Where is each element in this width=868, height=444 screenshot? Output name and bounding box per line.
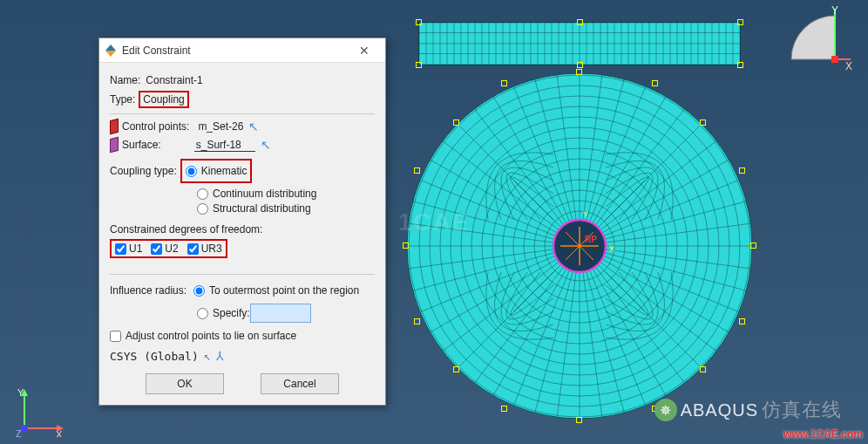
selection-handle[interactable] <box>577 62 583 68</box>
coordinate-triad: Y X Z <box>16 389 64 437</box>
check-u1-input[interactable] <box>115 243 126 255</box>
check-u2[interactable]: U2 <box>151 242 178 255</box>
radio-outermost-input[interactable] <box>193 285 205 297</box>
adjust-checkbox[interactable]: Adjust control points to lie on surface <box>110 330 375 342</box>
axis-x-label: X <box>845 60 852 72</box>
name-label: Name: <box>110 74 140 86</box>
selection-handle[interactable] <box>737 19 743 25</box>
radio-specify-input[interactable] <box>197 308 208 319</box>
mesh-beam <box>418 22 741 65</box>
control-points-value: m_Set-26 <box>198 120 243 133</box>
check-ur3[interactable]: UR3 <box>187 242 222 255</box>
svg-text:Y: Y <box>583 209 588 218</box>
radio-continuum-input[interactable] <box>197 188 208 200</box>
selection-handle[interactable] <box>414 167 420 174</box>
watermark-url: www.1CAE.com <box>783 428 863 441</box>
type-value-highlight: Coupling <box>139 91 188 108</box>
constrained-dof-label: Constrained degrees of freedom: <box>110 223 375 236</box>
pick-icon[interactable]: ↖ <box>261 138 271 152</box>
svg-point-131 <box>21 425 28 432</box>
pick-icon[interactable]: ↖ <box>248 120 259 133</box>
coupling-type-label: Coupling type: <box>110 165 177 177</box>
radio-specify[interactable]: Specify: <box>197 307 250 319</box>
axis-y-label: Y <box>831 4 838 17</box>
radio-continuum[interactable]: Continuum distributing <box>197 188 375 200</box>
axis-z-label: Z <box>16 428 22 437</box>
radio-kinematic-input[interactable] <box>186 166 197 177</box>
kinematic-highlight: Kinematic <box>180 159 253 183</box>
specify-input[interactable] <box>250 304 311 323</box>
selection-handle[interactable] <box>577 19 583 25</box>
surface-label: Surface: <box>122 139 161 151</box>
check-u1[interactable]: U1 <box>115 242 142 255</box>
dialog-title: Edit Constraint <box>122 44 349 57</box>
selection-handle[interactable] <box>576 69 582 75</box>
surface-value: s_Surf-18 <box>194 139 255 152</box>
radio-continuum-label: Continuum distributing <box>213 188 316 200</box>
edit-constraint-dialog: Edit Constraint ✕ Name: Constraint-1 Typ… <box>98 38 386 406</box>
radio-structural-label: Structural distributing <box>213 202 311 215</box>
wechat-icon: ✵ <box>654 399 677 421</box>
radio-kinematic[interactable]: Kinematic <box>186 165 248 177</box>
adjust-checkbox-input[interactable] <box>110 331 121 342</box>
radio-kinematic-label: Kinematic <box>201 165 248 177</box>
mesh-disc: RP Y X <box>405 72 754 420</box>
pick-icon[interactable]: ↖ <box>204 349 211 363</box>
app-icon <box>105 44 117 57</box>
radio-structural[interactable]: Structural distributing <box>197 202 375 215</box>
svg-rect-126 <box>831 56 838 63</box>
selection-handle[interactable] <box>700 366 706 372</box>
type-value: Coupling <box>143 93 184 106</box>
abaqus-text: ABAQUS <box>681 400 758 420</box>
selection-handle[interactable] <box>453 120 459 126</box>
control-points-icon <box>110 119 119 135</box>
radio-outermost-label: To outermost point on the region <box>209 284 359 297</box>
ok-button[interactable]: OK <box>146 373 224 394</box>
selection-handle[interactable] <box>453 366 459 372</box>
dialog-titlebar[interactable]: Edit Constraint ✕ <box>99 38 385 63</box>
check-u2-label: U2 <box>165 242 178 255</box>
selection-handle[interactable] <box>737 62 743 68</box>
check-u2-input[interactable] <box>151 243 162 255</box>
check-ur3-input[interactable] <box>187 243 199 255</box>
selection-handle[interactable] <box>501 80 507 86</box>
svg-text:X: X <box>609 244 614 253</box>
rp-label: RP <box>585 235 597 244</box>
csys-label: CSYS (Global) <box>110 350 199 363</box>
selection-handle[interactable] <box>403 242 409 249</box>
radio-specify-label: Specify: <box>213 307 250 319</box>
selection-handle[interactable] <box>652 80 658 86</box>
abaqus-cn-text: 仿真在线 <box>762 397 842 423</box>
selection-handle[interactable] <box>414 318 420 324</box>
selection-handle[interactable] <box>416 62 422 68</box>
dof-highlight: U1 U2 UR3 <box>110 239 227 258</box>
selection-handle[interactable] <box>501 406 507 412</box>
selection-handle[interactable] <box>739 318 745 324</box>
axis-y-label: Y <box>17 389 24 398</box>
check-ur3-label: UR3 <box>201 242 222 255</box>
radio-outermost[interactable]: To outermost point on the region <box>193 284 359 297</box>
selection-handle[interactable] <box>416 19 422 25</box>
axis-x-label: X <box>56 429 63 437</box>
selection-handle[interactable] <box>576 417 582 423</box>
influence-label: Influence radius: <box>110 284 186 297</box>
selection-handle[interactable] <box>700 120 706 126</box>
adjust-label: Adjust control points to lie on surface <box>125 330 296 342</box>
radio-structural-input[interactable] <box>197 203 208 215</box>
watermark-center: 1CAE <box>398 208 471 236</box>
type-label: Type: <box>110 93 135 106</box>
csys-triad-icon[interactable]: ⅄ <box>216 349 224 363</box>
check-u1-label: U1 <box>129 242 142 255</box>
orientation-triad[interactable]: Y X <box>783 7 852 77</box>
cancel-button[interactable]: Cancel <box>261 373 339 394</box>
control-points-label: Control points: <box>122 120 189 133</box>
name-value: Constraint-1 <box>146 74 202 86</box>
selection-handle[interactable] <box>739 167 745 174</box>
surface-icon <box>110 137 119 154</box>
selection-handle[interactable] <box>750 242 756 249</box>
close-button[interactable]: ✕ <box>349 41 380 60</box>
watermark-abaqus: ✵ ABAQUS 仿真在线 <box>654 397 842 423</box>
